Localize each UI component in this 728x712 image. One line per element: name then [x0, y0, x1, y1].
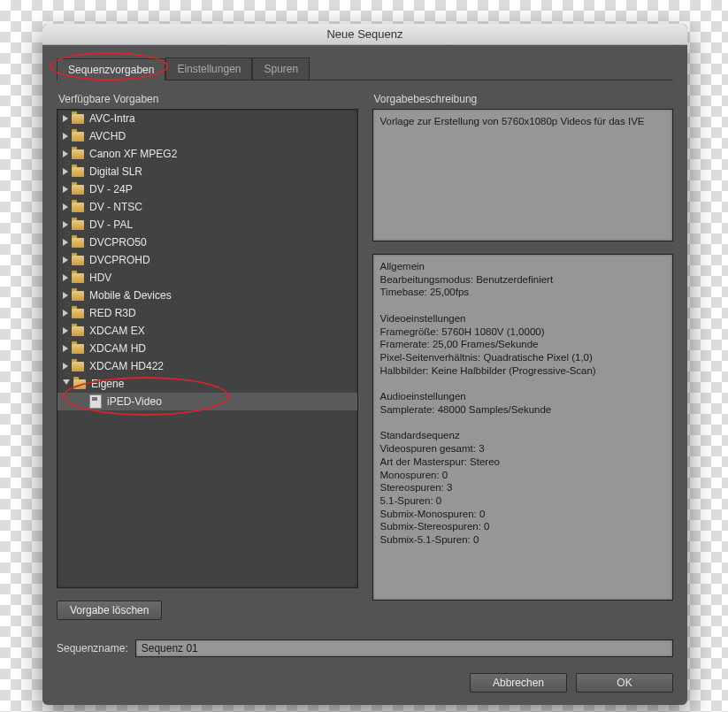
preset-details-text: Allgemein Bearbeitungsmodus: Benutzerdef… — [372, 254, 674, 601]
chevron-right-icon — [63, 150, 68, 157]
folder-icon — [72, 132, 84, 142]
folder-eigene[interactable]: Eigene — [57, 375, 357, 393]
chevron-right-icon — [63, 292, 68, 299]
folder-label: XDCAM HD422 — [89, 360, 164, 372]
folder-hdv[interactable]: HDV — [57, 269, 357, 287]
folder-label: Canon XF MPEG2 — [89, 148, 177, 160]
folder-label: DV - PAL — [89, 218, 133, 231]
folder-red-r3d[interactable]: RED R3D — [57, 304, 357, 322]
folder-label: Mobile & Devices — [89, 289, 172, 302]
tab-presets[interactable]: Sequenzvorgaben — [57, 58, 165, 80]
folder-icon — [72, 114, 84, 124]
folder-label: Digital SLR — [89, 165, 142, 178]
preset-tree[interactable]: AVC-IntraAVCHDCanon XF MPEG2Digital SLRD… — [57, 109, 358, 588]
folder-icon — [72, 291, 84, 301]
folder-icon — [72, 256, 84, 265]
folder-label: DVCPROHD — [89, 254, 150, 266]
folder-label: AVC-Intra — [89, 112, 135, 125]
folder-label: Eigene — [91, 378, 124, 390]
folder-label: XDCAM HD — [89, 342, 146, 355]
chevron-right-icon — [63, 327, 68, 334]
folder-icon — [72, 344, 84, 354]
chevron-right-icon — [63, 310, 68, 317]
folder-icon — [72, 309, 84, 318]
delete-preset-button[interactable]: Vorgabe löschen — [57, 601, 162, 620]
folder-dv-pal[interactable]: DV - PAL — [57, 216, 357, 234]
tab-settings[interactable]: Einstellungen — [165, 57, 252, 80]
sequence-name-row: Sequenzname: — [57, 639, 673, 657]
sequence-name-input[interactable] — [135, 639, 673, 657]
folder-icon — [72, 238, 84, 248]
chevron-right-icon — [63, 345, 68, 352]
chevron-right-icon — [63, 203, 68, 211]
folder-dvcpro50[interactable]: DVCPRO50 — [57, 234, 357, 251]
available-presets-panel: Verfügbare Vorgaben AVC-IntraAVCHDCanon … — [57, 89, 358, 620]
folder-icon — [72, 167, 84, 177]
folder-icon — [72, 149, 84, 159]
folder-label: RED R3D — [89, 307, 136, 319]
folder-mobile-devices[interactable]: Mobile & Devices — [57, 287, 357, 304]
tab-bar: Sequenzvorgaben Einstellungen Spuren — [57, 57, 673, 80]
dialog-button-row: Abbrechen OK — [57, 673, 673, 693]
folder-icon — [72, 220, 84, 230]
tab-tracks[interactable]: Spuren — [252, 57, 310, 80]
chevron-right-icon — [63, 168, 68, 175]
preset-description-text: Vorlage zur Erstellung von 5760x1080p Vi… — [372, 109, 674, 241]
folder-dvcprohd[interactable]: DVCPROHD — [57, 251, 357, 269]
preset-iped-video[interactable]: iPED-Video — [57, 393, 357, 410]
folder-label: AVCHD — [89, 130, 126, 142]
folder-avchd[interactable]: AVCHD — [57, 127, 357, 145]
folder-dv-24p[interactable]: DV - 24P — [57, 180, 357, 198]
chevron-right-icon — [63, 239, 68, 246]
chevron-down-icon — [63, 379, 70, 388]
new-sequence-dialog: Neue Sequenz Sequenzvorgaben Einstellung… — [42, 24, 687, 705]
folder-icon — [73, 379, 86, 389]
chevron-right-icon — [63, 221, 68, 228]
dialog-title: Neue Sequenz — [42, 24, 687, 45]
folder-label: DV - NTSC — [89, 201, 142, 213]
folder-xdcam-ex[interactable]: XDCAM EX — [57, 322, 357, 340]
chevron-right-icon — [63, 133, 68, 140]
folder-icon — [72, 326, 84, 336]
folder-xdcam-hd[interactable]: XDCAM HD — [57, 340, 357, 357]
folder-avc-intra[interactable]: AVC-Intra — [57, 110, 357, 127]
folder-label: HDV — [89, 272, 111, 284]
folder-label: DVCPRO50 — [89, 236, 147, 249]
preset-description-panel: Vorgabebeschreibung Vorlage zur Erstellu… — [372, 89, 674, 620]
folder-icon — [72, 273, 84, 283]
folder-icon — [72, 203, 84, 212]
chevron-right-icon — [63, 186, 68, 193]
sequence-name-label: Sequenzname: — [57, 642, 128, 655]
folder-xdcam-hd422[interactable]: XDCAM HD422 — [57, 357, 357, 375]
preset-icon — [89, 394, 102, 409]
folder-canon-xf-mpeg2[interactable]: Canon XF MPEG2 — [57, 145, 357, 163]
chevron-right-icon — [63, 274, 68, 281]
chevron-right-icon — [63, 363, 68, 370]
chevron-right-icon — [63, 256, 68, 264]
folder-icon — [72, 185, 84, 195]
dialog-content: Sequenzvorgaben Einstellungen Spuren Ver… — [42, 45, 687, 705]
folder-icon — [72, 362, 84, 371]
folder-label: DV - 24P — [89, 183, 133, 195]
ok-button[interactable]: OK — [576, 673, 673, 693]
folder-label: XDCAM EX — [89, 325, 145, 337]
folder-dv-ntsc[interactable]: DV - NTSC — [57, 198, 357, 216]
chevron-right-icon — [63, 115, 68, 122]
available-presets-label: Verfügbare Vorgaben — [57, 89, 358, 109]
preset-description-label: Vorgabebeschreibung — [372, 89, 674, 109]
preset-label: iPED-Video — [107, 395, 162, 408]
cancel-button[interactable]: Abbrechen — [470, 673, 567, 693]
folder-digital-slr[interactable]: Digital SLR — [57, 163, 357, 180]
